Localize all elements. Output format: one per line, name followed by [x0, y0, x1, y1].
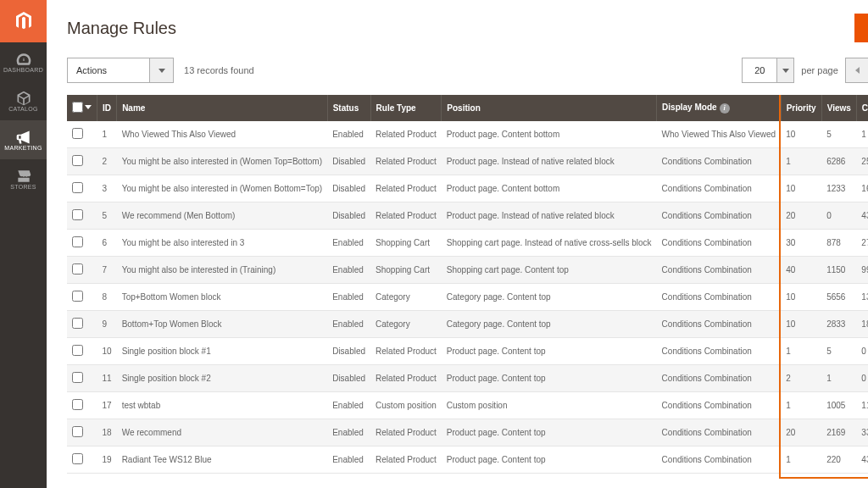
- cell-rule-type: Category: [370, 311, 442, 338]
- table-row[interactable]: 7You might also be interested in (Traini…: [67, 257, 868, 284]
- cell-clicks: 16: [856, 175, 868, 202]
- per-page-value: 20: [743, 58, 776, 82]
- cell-rule-type: Related Product: [370, 121, 442, 148]
- nav-label: DASHBOARD: [3, 67, 43, 73]
- cell-display-mode: Conditions Combination: [657, 392, 782, 419]
- cell-rule-type: Related Product: [370, 202, 442, 230]
- actions-select[interactable]: Actions: [67, 58, 174, 83]
- cell-clicks: 181: [856, 311, 868, 338]
- page-prev-button[interactable]: [845, 58, 868, 83]
- cell-priority: 10: [781, 175, 821, 202]
- cell-clicks: 43: [856, 202, 868, 230]
- nav-dashboard[interactable]: DASHBOARD: [0, 42, 47, 81]
- col-rule-type[interactable]: Rule Type: [370, 95, 442, 121]
- cell-views: 1005: [821, 392, 856, 419]
- row-checkbox[interactable]: [72, 372, 83, 383]
- col-display-mode[interactable]: Display Modei: [657, 95, 782, 121]
- cell-position: Category page. Content top: [442, 284, 657, 311]
- select-all-checkbox[interactable]: [72, 102, 92, 113]
- row-checkbox[interactable]: [72, 236, 83, 247]
- cell-display-mode: Conditions Combination: [657, 446, 782, 474]
- row-checkbox[interactable]: [72, 399, 83, 410]
- cell-clicks: 99: [856, 257, 868, 284]
- table-row[interactable]: 5We recommend (Men Bottom)DisabledRelate…: [67, 202, 868, 230]
- nav-catalog[interactable]: CATALOG: [0, 81, 47, 120]
- actions-select-label: Actions: [68, 58, 149, 82]
- cell-rule-type: Shopping Cart: [370, 257, 442, 284]
- cell-display-mode: Conditions Combination: [657, 148, 782, 175]
- cell-display-mode: Conditions Combination: [657, 419, 782, 446]
- logo[interactable]: [0, 0, 47, 42]
- cell-rule-type: Related Product: [370, 365, 442, 392]
- per-page-toggle[interactable]: [776, 58, 793, 82]
- actions-select-toggle[interactable]: [149, 58, 173, 82]
- row-checkbox[interactable]: [72, 426, 83, 437]
- cube-icon: [15, 90, 32, 103]
- table-row[interactable]: 8Top+Bottom Women blockEnabledCategoryCa…: [67, 284, 868, 311]
- cell-priority: 2: [781, 365, 821, 392]
- cell-position: Product page. Content top: [442, 338, 657, 365]
- page-title: Manage Rules: [67, 19, 176, 38]
- table-row[interactable]: 6You might be also interested in 3Enable…: [67, 230, 868, 257]
- per-page-label: per page: [801, 65, 837, 75]
- cell-status: Enabled: [327, 257, 370, 284]
- cell-status: Disabled: [327, 365, 370, 392]
- table-row[interactable]: 10Single position block #1DisabledRelate…: [67, 338, 868, 365]
- info-icon[interactable]: i: [720, 103, 730, 114]
- nav-label: CATALOG: [8, 106, 38, 112]
- cell-position: Product page. Content top: [442, 419, 657, 446]
- create-rule-button[interactable]: Create New Rule: [854, 14, 868, 42]
- cell-id: 2: [97, 148, 117, 175]
- table-row[interactable]: 1Who Viewed This Also ViewedEnabledRelat…: [67, 121, 868, 148]
- cell-rule-type: Related Product: [370, 148, 442, 175]
- cell-priority: 10: [781, 284, 821, 311]
- cell-display-mode: Conditions Combination: [657, 230, 782, 257]
- table-row[interactable]: 18We recommendEnabledRelated ProductProd…: [67, 419, 868, 446]
- row-checkbox[interactable]: [72, 182, 83, 193]
- table-row[interactable]: 19Radiant Tee WS12 BlueEnabledRelated Pr…: [67, 446, 868, 474]
- cell-rule-type: Related Product: [370, 419, 442, 446]
- table-row[interactable]: 9Bottom+Top Women BlockEnabledCategoryCa…: [67, 311, 868, 338]
- nav-label: MARKETING: [4, 145, 42, 151]
- cell-position: Product page. Content top: [442, 365, 657, 392]
- nav-stores[interactable]: STORES: [0, 159, 47, 198]
- cell-position: Product page. Content bottom: [442, 121, 657, 148]
- cell-priority: 20: [781, 419, 821, 446]
- col-clicks[interactable]: Clicks: [856, 95, 868, 121]
- cell-clicks: 118: [856, 392, 868, 419]
- chevron-down-icon: [782, 69, 789, 73]
- cell-clicks: 0: [856, 365, 868, 392]
- per-page-select[interactable]: 20: [742, 58, 794, 83]
- table-row[interactable]: 2You might be also interested in (Women …: [67, 148, 868, 175]
- cell-views: 2833: [821, 311, 856, 338]
- col-position[interactable]: Position: [442, 95, 657, 121]
- cell-id: 11: [97, 365, 117, 392]
- col-status[interactable]: Status: [327, 95, 370, 121]
- row-checkbox[interactable]: [72, 128, 83, 139]
- col-name[interactable]: Name: [117, 95, 328, 121]
- cell-name: Single position block #1: [117, 338, 328, 365]
- cell-status: Disabled: [327, 175, 370, 202]
- col-priority[interactable]: Priority: [781, 95, 821, 121]
- cell-name: Top+Bottom Women block: [117, 284, 328, 311]
- cell-status: Disabled: [327, 148, 370, 175]
- row-checkbox[interactable]: [72, 291, 83, 302]
- cell-priority: 30: [781, 230, 821, 257]
- cell-priority: 1: [781, 338, 821, 365]
- row-checkbox[interactable]: [72, 345, 83, 356]
- table-row[interactable]: 3You might be also interested in (Women …: [67, 175, 868, 202]
- row-checkbox[interactable]: [72, 155, 83, 166]
- row-checkbox[interactable]: [72, 263, 83, 274]
- records-count: 13 records found: [184, 65, 254, 75]
- row-checkbox[interactable]: [72, 453, 83, 464]
- cell-views: 5: [821, 121, 856, 148]
- table-row[interactable]: 11Single position block #2DisabledRelate…: [67, 365, 868, 392]
- table-row[interactable]: 17test wbtabEnabledCustom positionCustom…: [67, 392, 868, 419]
- row-checkbox[interactable]: [72, 209, 83, 220]
- row-checkbox[interactable]: [72, 318, 83, 329]
- cell-display-mode: Conditions Combination: [657, 175, 782, 202]
- cell-id: 18: [97, 419, 117, 446]
- col-id[interactable]: ID: [97, 95, 117, 121]
- col-views[interactable]: Views: [821, 95, 856, 121]
- nav-marketing[interactable]: MARKETING: [0, 120, 47, 159]
